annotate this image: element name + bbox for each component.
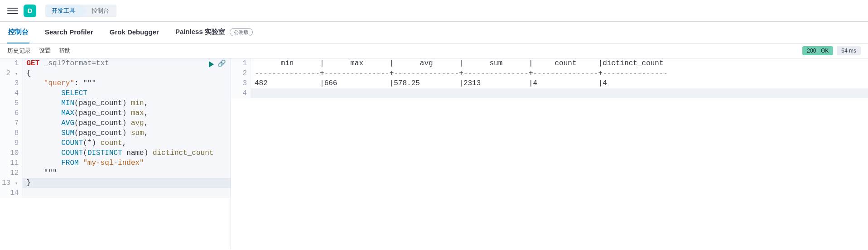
response-code[interactable]: min | max | avg | sum | count |dictinct_… [251, 58, 868, 98]
breadcrumb-console[interactable]: 控制台 [82, 5, 116, 17]
help-link[interactable]: 帮助 [59, 47, 71, 55]
request-gutter: 12 ▾345678910111213 ▾14 [0, 58, 23, 198]
request-code[interactable]: 🔗 GET _sql?format=txt{ "query": """ SELE… [23, 58, 231, 198]
play-icon[interactable] [209, 61, 214, 67]
request-pane: 12 ▾345678910111213 ▾14 🔗 GET _sql?forma… [0, 58, 231, 250]
tab-console[interactable]: 控制台 [7, 21, 29, 43]
breadcrumb-devtools[interactable]: 开发工具 [45, 5, 82, 17]
tabs-bar: 控制台 Search Profiler Grok Debugger Painle… [0, 22, 868, 43]
response-editor[interactable]: 1234 min | max | avg | sum | count |dict… [231, 58, 868, 98]
response-time: 64 ms [837, 46, 861, 55]
breadcrumb: 开发工具 控制台 [45, 5, 116, 17]
hamburger-menu-icon[interactable] [7, 5, 18, 16]
status-badge: 200 - OK [802, 46, 833, 55]
request-editor[interactable]: 12 ▾345678910111213 ▾14 🔗 GET _sql?forma… [0, 58, 231, 198]
tab-painless-lab[interactable]: Painless 实验室 公测版 [174, 21, 254, 43]
wrench-icon[interactable]: 🔗 [217, 59, 226, 69]
tab-grok-debugger[interactable]: Grok Debugger [109, 22, 160, 43]
app-logo[interactable]: D [24, 5, 36, 17]
actions-bar: 历史记录 设置 帮助 200 - OK 64 ms [0, 43, 868, 58]
response-gutter: 1234 [231, 58, 251, 98]
tab-search-profiler[interactable]: Search Profiler [44, 22, 94, 43]
editor-panes: 12 ▾345678910111213 ▾14 🔗 GET _sql?forma… [0, 58, 868, 250]
tab-painless-label: Painless 实验室 [175, 28, 225, 35]
response-pane: 1234 min | max | avg | sum | count |dict… [231, 58, 868, 250]
top-bar: D 开发工具 控制台 [0, 0, 868, 22]
beta-badge: 公测版 [230, 28, 253, 36]
settings-link[interactable]: 设置 [39, 47, 51, 55]
history-link[interactable]: 历史记录 [7, 47, 31, 55]
run-controls: 🔗 [209, 59, 226, 69]
